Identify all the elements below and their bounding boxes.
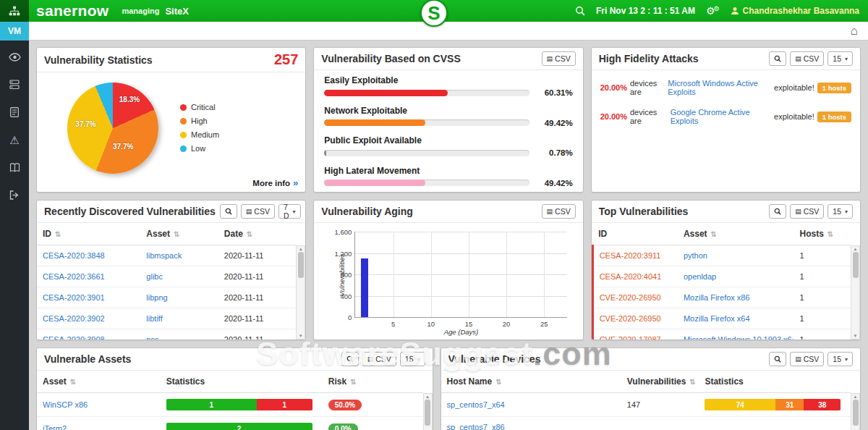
reports-list-icon[interactable] (0, 101, 29, 123)
asset-link[interactable]: python (684, 251, 707, 260)
cvss-bar-value: 0.78% (535, 148, 573, 157)
column-header-date[interactable]: Date⇅ (218, 223, 297, 245)
csv-export-button[interactable]: ▤CSV (790, 352, 824, 366)
vuln-id[interactable]: CESA-2020:4041 (600, 272, 662, 281)
column-header-asset[interactable]: Asset⇅ (37, 371, 161, 393)
site-name[interactable]: SiteX (165, 6, 189, 17)
vertical-scrollbar[interactable]: ▲ ▼ (851, 245, 860, 340)
table-row: WinSCP x86 1 1 50.0% (37, 393, 423, 417)
legend-label: Critical (191, 103, 216, 111)
asset-link[interactable]: Mozilla Firefox x64 (684, 314, 750, 323)
asset-link[interactable]: glibc (146, 272, 163, 281)
settings-gears-icon[interactable]: ⚙⚙ (706, 6, 720, 16)
csv-export-button[interactable]: ▤CSV (542, 204, 576, 219)
scroll-down-icon: ▼ (854, 334, 858, 338)
column-header-hosts[interactable]: Hosts⇅ (793, 223, 851, 245)
home-icon[interactable]: ⌂ (851, 25, 858, 37)
search-icon[interactable] (575, 6, 585, 16)
asset-link[interactable]: iTerm2 (43, 424, 67, 430)
hosts-badge[interactable]: 1 hosts (817, 111, 851, 122)
column-header-statistics[interactable]: Statistics (161, 371, 323, 393)
pie-legend: Critical High Medium Low (180, 103, 219, 153)
page-size-select[interactable]: 15▾ (827, 204, 853, 219)
x-tick: 25 (540, 320, 548, 328)
column-header-id[interactable]: ID (592, 223, 678, 245)
vulnerable-devices-table: Host Name⇅ Vulnerabilities⇅ Statistics s… (441, 371, 851, 430)
vuln-count-cell (621, 417, 699, 430)
csv-export-button[interactable]: ▤CSV (790, 204, 824, 219)
csv-export-button[interactable]: ▤CSV (790, 51, 824, 66)
asset-link[interactable]: nss (146, 335, 158, 340)
vertical-scrollbar[interactable]: ▲ ▼ (296, 245, 305, 340)
search-button[interactable] (769, 51, 786, 66)
vuln-id-link[interactable]: CESA-2020:3848 (43, 251, 105, 260)
search-button[interactable] (220, 204, 237, 219)
x-tick: 10 (427, 320, 435, 328)
scrollbar-thumb[interactable] (853, 252, 859, 278)
vuln-id-link[interactable]: CESA-2020:3908 (43, 335, 105, 340)
page-size-select[interactable]: 15▾ (827, 352, 853, 366)
asset-link[interactable]: libtiff (146, 314, 162, 323)
more-info-link[interactable]: More info » (252, 177, 298, 188)
left-sidebar: VM ⚠ (0, 22, 29, 430)
exploit-link[interactable]: Microsoft Windows Active Exploits (668, 79, 771, 96)
vuln-id[interactable]: CVE-2020-26950 (600, 314, 661, 323)
table-row: CESA-2020:3902libtiff2020-11-11 (37, 308, 296, 329)
vertical-scrollbar[interactable]: ▲ ▼ (423, 393, 433, 430)
scrollbar-thumb[interactable] (853, 400, 859, 426)
csv-export-button[interactable]: ▤CSV (362, 352, 396, 366)
column-header-risk[interactable]: Risk⇅ (323, 371, 423, 393)
page-size-select[interactable]: 15▾ (827, 51, 853, 66)
vuln-id-link[interactable]: CESA-2020:3902 (43, 314, 105, 323)
legend-item: Critical (180, 103, 219, 111)
column-header-asset[interactable]: Asset⇅ (140, 223, 218, 245)
asset-link[interactable]: openldap (684, 272, 716, 281)
vuln-id[interactable]: CVE-2020-17087 (600, 335, 661, 340)
exploit-link[interactable]: Google Chrome Active Exploits (671, 108, 771, 125)
more-info-label: More info (252, 179, 290, 187)
search-button[interactable] (769, 204, 786, 219)
host-link[interactable]: sp_centos7_x86 (447, 423, 505, 430)
sitemap-icon[interactable] (0, 0, 29, 22)
vuln-id[interactable]: CVE-2020-26950 (600, 293, 661, 302)
alerts-warning-icon[interactable]: ⚠ (0, 129, 29, 151)
knowledgebase-book-icon[interactable] (0, 156, 29, 178)
date-cell: 2020-11-11 (218, 245, 297, 266)
csv-export-button[interactable]: ▤CSV (241, 204, 275, 219)
date-range-select[interactable]: 7 D▾ (278, 204, 301, 219)
column-header-asset[interactable]: Asset⇅ (678, 223, 794, 245)
devices-server-icon[interactable] (0, 74, 29, 96)
vuln-id-link[interactable]: CESA-2020:3901 (43, 293, 105, 302)
page-size-select[interactable]: 15▾ (400, 352, 425, 366)
search-button[interactable] (341, 352, 359, 366)
visibility-eye-icon[interactable] (0, 46, 29, 68)
table-row: CESA-2020:3661glibc2020-11-11 (37, 266, 296, 287)
vuln-id-link[interactable]: CESA-2020:3661 (43, 272, 105, 281)
sidebar-item-vm[interactable]: VM (0, 22, 29, 41)
host-link[interactable]: sp_centos7_x64 (447, 400, 505, 409)
scrollbar-thumb[interactable] (425, 400, 430, 426)
user-menu[interactable]: Chandrashekhar Basavanna (731, 6, 859, 16)
logout-icon[interactable] (0, 184, 29, 206)
column-header-vulnerabilities[interactable]: Vulnerabilities⇅ (621, 371, 699, 393)
attack-text: devices are (630, 108, 668, 125)
asset-link[interactable]: libmspack (146, 251, 182, 260)
vertical-scrollbar[interactable]: ▲ ▼ (851, 393, 860, 430)
column-header-statistics[interactable]: Statistics (699, 371, 851, 393)
hosts-badge[interactable]: 1 hosts (817, 83, 851, 93)
chevron-down-icon: ▾ (845, 208, 848, 215)
attack-text: devices are (630, 79, 665, 96)
scrollbar-thumb[interactable] (298, 252, 304, 278)
csv-export-button[interactable]: ▤CSV (542, 51, 576, 66)
asset-link[interactable]: WinSCP x86 (43, 400, 88, 409)
asset-link[interactable]: Microsoft Windows 10 1903 x64 (684, 335, 794, 340)
progress-track (324, 180, 529, 186)
vuln-id[interactable]: CESA-2020:3911 (600, 251, 661, 260)
vulnerability-total-count: 257 (274, 51, 298, 68)
asset-link[interactable]: libpng (146, 293, 167, 302)
search-button[interactable] (769, 352, 786, 366)
asset-link[interactable]: Mozilla Firefox x86 (684, 293, 750, 302)
column-header-hostname[interactable]: Host Name⇅ (441, 371, 621, 393)
column-header-id[interactable]: ID⇅ (37, 223, 140, 245)
cvss-bar-value: 49.42% (535, 119, 573, 127)
